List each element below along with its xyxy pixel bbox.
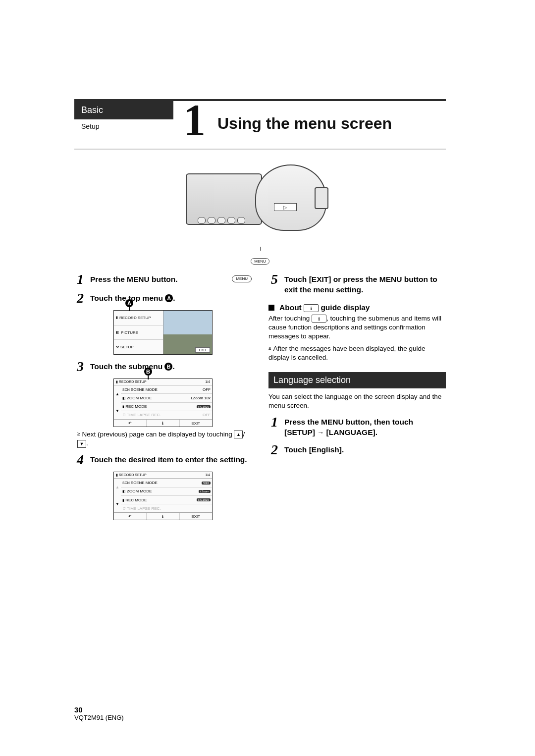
about-guide-heading: About i guide display <box>268 303 446 312</box>
info-icon: i <box>312 315 326 323</box>
language-section-heading: Language selection <box>268 372 446 388</box>
chapter-title: Using the menu screen <box>217 114 392 133</box>
step-number: 4 <box>74 453 86 467</box>
step-number: 5 <box>268 272 280 286</box>
chapter-number: 1 <box>183 98 206 143</box>
step-text: Touch [English]. <box>284 443 446 455</box>
up-key-icon: ▲ <box>234 431 243 438</box>
step-number: 1 <box>268 415 280 429</box>
page-footer: 30 VQT2M91 (ENG) <box>74 705 124 721</box>
language-intro: You can select the language on the scree… <box>268 392 446 410</box>
callout-b: B <box>164 363 172 371</box>
screenshot-setting: ▮ RECORD SETUP 1/4 ▲▼ SCN SCENE MODE5/30… <box>113 472 213 520</box>
step-number: 2 <box>268 443 280 457</box>
step-2: 2 Touch the top menu A. <box>74 291 252 305</box>
note-paging: ≥Next (previous) page can be displayed b… <box>77 430 252 448</box>
step-number: 2 <box>74 291 86 305</box>
category-label: Basic <box>74 101 173 119</box>
lang-step-1: 1 Press the MENU button, then touch [SET… <box>268 415 446 438</box>
camcorder-illustration <box>186 164 334 244</box>
step-5: 5 Touch [EXIT] or press the MENU button … <box>268 272 446 295</box>
lang-step-2: 2 Touch [English]. <box>268 443 446 457</box>
page-number: 30 <box>74 705 124 714</box>
step-text: Press the MENU button. <box>90 275 178 283</box>
step-text: Touch the desired item to enter the sett… <box>90 453 252 465</box>
exit-label: EXIT <box>195 347 210 353</box>
about-note: ≥After the messages have been displayed,… <box>268 344 446 362</box>
screenshot-top-menu: A ▮RECORD SETUP ◧PICTURE ⚒SETUP EXIT <box>113 310 213 355</box>
step-number: 3 <box>74 360 86 374</box>
callout-a-marker: A <box>125 299 133 307</box>
menu-button-label: MENU <box>251 258 269 265</box>
about-paragraph: After touching i, touching the submenus … <box>268 314 446 341</box>
bullet-square-icon <box>268 305 274 311</box>
step-number: 1 <box>74 272 86 286</box>
info-icon: i <box>304 304 319 312</box>
step-text: Touch [EXIT] or press the MENU button to… <box>284 272 446 295</box>
down-key-icon: ▼ <box>77 440 86 448</box>
step-text: Touch the submenu <box>90 362 164 371</box>
arrow-right-icon: → <box>317 429 324 436</box>
step-1: 1 Press the MENU button. MENU <box>74 272 252 286</box>
screenshot-submenu: B ▮ RECORD SETUP 1/4 ▲▼ SCN SCENE MODEOF… <box>113 378 213 427</box>
callout-a: A <box>165 294 173 302</box>
callout-b-marker: B <box>144 368 152 376</box>
step-4: 4 Touch the desired item to enter the se… <box>74 453 252 467</box>
menu-icon-label: MENU <box>232 275 252 283</box>
subcategory-label: Setup <box>74 119 173 130</box>
menu-pointer: MENU <box>74 247 446 265</box>
doc-code: VQT2M91 (ENG) <box>74 714 124 721</box>
step-3: 3 Touch the submenu B. <box>74 360 252 374</box>
